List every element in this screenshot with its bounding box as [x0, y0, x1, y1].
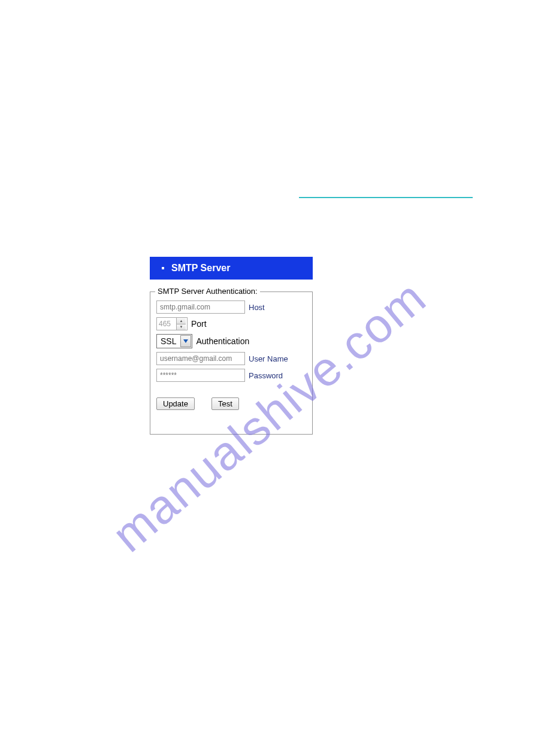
username-input[interactable] [156, 352, 245, 365]
username-row: User Name [156, 352, 306, 365]
password-row: Password [156, 369, 306, 382]
chevron-down-icon [183, 339, 188, 343]
update-button[interactable]: Update [156, 397, 195, 410]
smtp-auth-fieldset: SMTP Server Authentication: Host ▲ ▼ Por… [150, 292, 313, 435]
spin-down-icon[interactable]: ▼ [177, 324, 186, 330]
username-label: User Name [249, 354, 288, 363]
panel-header: SMTP Server [150, 257, 313, 280]
auth-label: Authentication [196, 336, 249, 346]
fieldset-legend: SMTP Server Authentication: [155, 287, 260, 296]
auth-row: SSL Authentication [156, 334, 306, 348]
button-row: Update Test [156, 397, 306, 410]
horizontal-divider-line [299, 197, 473, 198]
port-row: ▲ ▼ Port [156, 317, 306, 330]
test-button[interactable]: Test [211, 397, 239, 410]
spin-up-icon[interactable]: ▲ [177, 318, 186, 324]
dropdown-button[interactable] [180, 335, 191, 347]
port-label: Port [191, 319, 207, 329]
auth-select-value: SSL [157, 335, 180, 348]
host-input[interactable] [156, 300, 245, 314]
auth-select[interactable]: SSL [156, 334, 192, 348]
panel-title: SMTP Server [171, 263, 230, 274]
svg-marker-0 [183, 339, 188, 343]
host-row: Host [156, 300, 306, 314]
port-input[interactable] [157, 318, 176, 330]
port-stepper[interactable]: ▲ ▼ [156, 317, 188, 330]
port-spinner: ▲ ▼ [176, 318, 186, 330]
password-input[interactable] [156, 369, 245, 382]
smtp-server-panel: SMTP Server SMTP Server Authentication: … [150, 257, 313, 435]
password-label: Password [249, 371, 283, 380]
host-label: Host [249, 303, 265, 312]
bullet-icon [162, 267, 164, 269]
